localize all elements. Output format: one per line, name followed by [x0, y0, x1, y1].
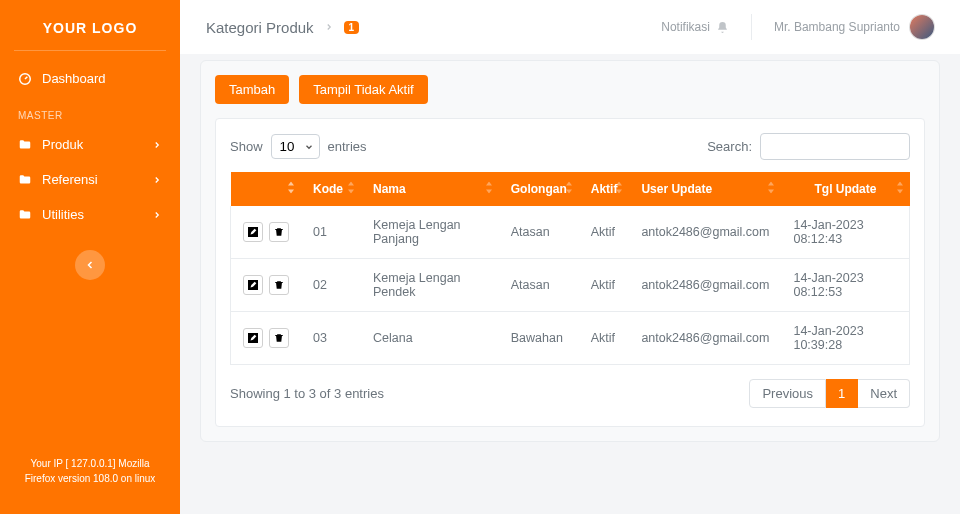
col-tgl-update[interactable]: Tgl Update [781, 172, 909, 206]
cell-kode: 03 [301, 312, 361, 365]
sidebar-item-referensi[interactable]: Referensi [0, 162, 180, 197]
cell-tgl-update: 14-Jan-2023 08:12:43 [781, 206, 909, 259]
show-label: Show [230, 139, 263, 154]
col-label: Aktif [591, 182, 618, 196]
bell-icon [716, 21, 729, 34]
tampil-tidak-aktif-button[interactable]: Tampil Tidak Aktif [299, 75, 427, 104]
edit-button[interactable] [243, 275, 263, 295]
chevron-right-icon [152, 140, 162, 150]
cell-golongan: Atasan [499, 259, 579, 312]
sidebar-item-label: Referensi [42, 172, 98, 187]
col-label: User Update [641, 182, 712, 196]
cell-tgl-update: 14-Jan-2023 10:39:28 [781, 312, 909, 365]
table-row: 02Kemeja Lengan PendekAtasanAktifantok24… [231, 259, 910, 312]
folder-icon [18, 138, 32, 152]
footer-line: Firefox version 108.0 on linux [16, 471, 164, 486]
page-next[interactable]: Next [858, 379, 910, 408]
divider [751, 14, 752, 40]
chevron-right-icon [152, 210, 162, 220]
divider [14, 50, 166, 51]
cell-user-update: antok2486@gmail.com [629, 259, 781, 312]
sidebar-item-dashboard[interactable]: Dashboard [0, 61, 180, 96]
edit-button[interactable] [243, 328, 263, 348]
main: Kategori Produk 1 Notifikasi Mr. Bambang… [180, 0, 960, 514]
sidebar-item-label: Dashboard [42, 71, 106, 86]
cell-user-update: antok2486@gmail.com [629, 312, 781, 365]
notifications-button[interactable]: Notifikasi [661, 20, 729, 34]
delete-button[interactable] [269, 275, 289, 295]
sidebar-item-utilities[interactable]: Utilities [0, 197, 180, 232]
col-label: Golongan [511, 182, 567, 196]
col-actions[interactable] [231, 172, 302, 206]
search-input[interactable] [760, 133, 910, 160]
page-title: Kategori Produk [206, 19, 314, 36]
notif-label: Notifikasi [661, 20, 710, 34]
cell-kode: 02 [301, 259, 361, 312]
breadcrumb-badge: 1 [344, 21, 360, 34]
col-aktif[interactable]: Aktif [579, 172, 630, 206]
col-label: Tgl Update [814, 182, 876, 196]
sort-icon [615, 182, 623, 194]
col-user-update[interactable]: User Update [629, 172, 781, 206]
cell-golongan: Atasan [499, 206, 579, 259]
cell-nama: Kemeja Lengan Pendek [361, 259, 499, 312]
cell-nama: Celana [361, 312, 499, 365]
table-row: 01Kemeja Lengan PanjangAtasanAktifantok2… [231, 206, 910, 259]
page-number[interactable]: 1 [826, 379, 858, 408]
cell-user-update: antok2486@gmail.com [629, 206, 781, 259]
user-name: Mr. Bambang Suprianto [774, 20, 900, 34]
sidebar-item-label: Produk [42, 137, 83, 152]
sidebar-footer: Your IP [ 127.0.0.1] Mozilla Firefox ver… [0, 438, 180, 514]
table-footer: Showing 1 to 3 of 3 entries Previous 1 N… [230, 379, 910, 408]
sort-icon [347, 182, 355, 194]
table-controls: Show 10 entries Search: [230, 133, 910, 160]
sort-icon [896, 182, 904, 194]
sort-icon [485, 182, 493, 194]
cell-golongan: Bawahan [499, 312, 579, 365]
sort-icon [287, 182, 295, 194]
delete-button[interactable] [269, 328, 289, 348]
sidebar: YOUR LOGO Dashboard MASTER Produk [0, 0, 180, 514]
col-label: Kode [313, 182, 343, 196]
data-table: Kode Nama Golongan [230, 172, 910, 365]
sidebar-nav: Dashboard MASTER Produk Referensi [0, 61, 180, 280]
col-kode[interactable]: Kode [301, 172, 361, 206]
chevron-right-icon [324, 22, 334, 32]
search-label: Search: [707, 139, 752, 154]
cell-aktif: Aktif [579, 206, 630, 259]
col-label: Nama [373, 182, 406, 196]
footer-line: Your IP [ 127.0.0.1] Mozilla [16, 456, 164, 471]
cell-nama: Kemeja Lengan Panjang [361, 206, 499, 259]
breadcrumb: Kategori Produk 1 [206, 19, 359, 36]
tambah-button[interactable]: Tambah [215, 75, 289, 104]
page-previous[interactable]: Previous [749, 379, 826, 408]
panel: Tambah Tampil Tidak Aktif Show 10 [200, 60, 940, 442]
sidebar-item-produk[interactable]: Produk [0, 127, 180, 162]
length-control: Show 10 entries [230, 134, 367, 159]
brand-logo: YOUR LOGO [0, 0, 180, 50]
chevron-left-icon [84, 259, 96, 271]
sidebar-section-label: MASTER [0, 96, 180, 127]
search-control: Search: [707, 133, 910, 160]
sort-icon [565, 182, 573, 194]
user-menu[interactable]: Mr. Bambang Suprianto [774, 15, 934, 39]
edit-button[interactable] [243, 222, 263, 242]
datatable-card: Show 10 entries Search: [215, 118, 925, 427]
topbar: Kategori Produk 1 Notifikasi Mr. Bambang… [180, 0, 960, 54]
topbar-right: Notifikasi Mr. Bambang Suprianto [661, 14, 934, 40]
cell-kode: 01 [301, 206, 361, 259]
avatar [910, 15, 934, 39]
table-row: 03CelanaBawahanAktifantok2486@gmail.com1… [231, 312, 910, 365]
chevron-right-icon [152, 175, 162, 185]
col-nama[interactable]: Nama [361, 172, 499, 206]
action-buttons: Tambah Tampil Tidak Aktif [215, 75, 925, 104]
cell-tgl-update: 14-Jan-2023 08:12:53 [781, 259, 909, 312]
col-golongan[interactable]: Golongan [499, 172, 579, 206]
table-info: Showing 1 to 3 of 3 entries [230, 386, 384, 401]
entries-label: entries [328, 139, 367, 154]
pagination: Previous 1 Next [749, 379, 910, 408]
length-select[interactable]: 10 [271, 134, 320, 159]
sidebar-collapse-button[interactable] [75, 250, 105, 280]
delete-button[interactable] [269, 222, 289, 242]
folder-icon [18, 208, 32, 222]
